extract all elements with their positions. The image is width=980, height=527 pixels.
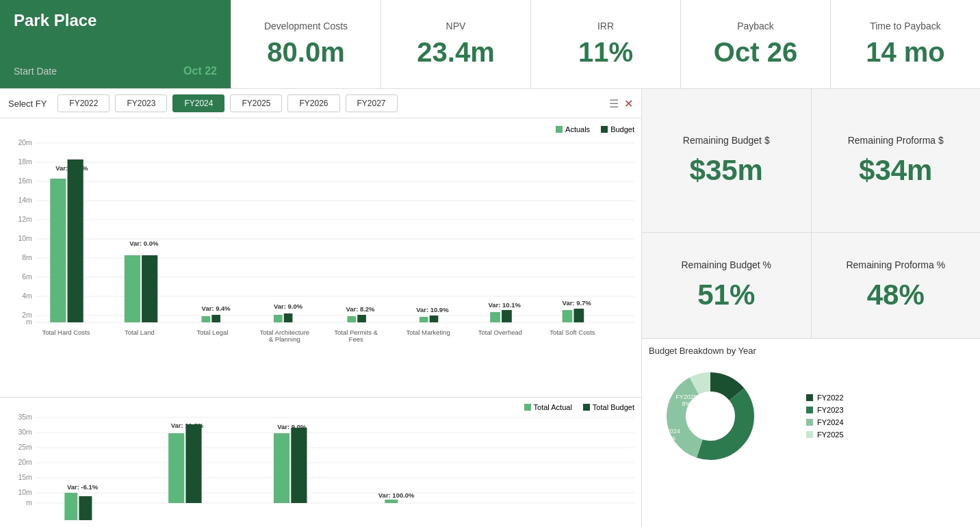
svg-rect-75 xyxy=(185,424,201,503)
donut-legend-fy2022-label: FY2022 xyxy=(817,394,844,402)
fy-btn-2025[interactable]: FY2025 xyxy=(230,94,282,112)
remaining-proforma-dollar: Remaining Proforma $ $34m xyxy=(812,89,981,232)
top-header: Park Place Start Date Oct 22 Development… xyxy=(0,0,980,89)
fy-btn-2022[interactable]: FY2022 xyxy=(57,94,109,112)
clear-filter-icon[interactable]: ✕ xyxy=(624,97,633,110)
svg-rect-23 xyxy=(50,179,66,322)
left-section: Select FY FY2022 FY2023 FY2024 FY2025 FY… xyxy=(0,89,642,527)
metric-time-payback-label: Time to Payback xyxy=(870,21,941,31)
svg-text:8%: 8% xyxy=(682,400,691,407)
svg-text:Var: 0.0%: Var: 0.0% xyxy=(129,240,158,247)
chart1-svg: 20m 18m 16m 14m 12m 10m 8m 6m 4m 2m m Va… xyxy=(7,136,634,348)
svg-text:Total Legal: Total Legal xyxy=(196,329,228,336)
donut-label-fy2022: FY2022 xyxy=(739,375,761,382)
donut-content: FY2022 14% FY2025 8% FY2024 37% FY2022 xyxy=(649,361,973,471)
chart1-legend: Actuals Budget xyxy=(7,125,634,133)
svg-text:Total Marketing: Total Marketing xyxy=(406,329,450,336)
legend-total-budget: Total Budget xyxy=(583,403,634,411)
svg-text:Total Hard Costs: Total Hard Costs xyxy=(42,329,90,336)
metric-payback-label: Payback xyxy=(737,21,774,31)
svg-rect-28 xyxy=(142,255,157,322)
metric-time-payback-value: 14 mo xyxy=(866,37,945,68)
svg-text:25m: 25m xyxy=(18,444,32,451)
remaining-proforma-pct-label: Remaining Proforma % xyxy=(846,259,945,270)
svg-rect-35 xyxy=(274,315,283,322)
svg-text:Var: 10.1%: Var: 10.1% xyxy=(489,302,521,309)
remaining-budget-dollar: Remaining Budget $ $35m xyxy=(642,89,812,232)
donut-legend-fy2024-label: FY2024 xyxy=(817,418,844,426)
svg-rect-80 xyxy=(385,500,398,503)
remaining-budget-dollar-label: Remaining Budget $ xyxy=(683,135,770,146)
fy-btn-2023[interactable]: FY2023 xyxy=(115,94,167,112)
metric-irr: IRR 11% xyxy=(531,0,681,88)
legend-total-budget-label: Total Budget xyxy=(593,403,634,411)
svg-text:Total Soft Costs: Total Soft Costs xyxy=(550,329,595,336)
svg-text:Total Permits &: Total Permits & xyxy=(334,329,378,336)
svg-rect-31 xyxy=(202,316,211,322)
donut-label-fy2024: FY2024 xyxy=(658,428,680,435)
svg-rect-36 xyxy=(284,313,293,322)
metric-irr-label: IRR xyxy=(597,21,614,31)
donut-legend-fy2022-dot xyxy=(806,394,813,401)
donut-legend-fy2025-dot xyxy=(806,431,813,438)
svg-rect-49 xyxy=(490,312,500,322)
donut-legend-fy2023: FY2023 xyxy=(806,406,844,414)
metric-npv: NPV 23.4m xyxy=(381,0,531,88)
fy-icons: ☰ ✕ xyxy=(609,97,633,110)
svg-text:Var: 8.2%: Var: 8.2% xyxy=(346,306,374,313)
remaining-budget-dollar-value: $35m xyxy=(690,154,763,187)
legend-actuals-label: Actuals xyxy=(565,125,590,133)
metric-dev-costs-value: 80.0m xyxy=(267,37,344,68)
svg-text:10m: 10m xyxy=(18,235,32,242)
donut-legend-fy2024-dot xyxy=(806,419,813,426)
legend-total-actual-label: Total Actual xyxy=(534,403,572,411)
metric-npv-value: 23.4m xyxy=(417,37,494,68)
svg-text:15m: 15m xyxy=(18,474,32,481)
svg-text:6m: 6m xyxy=(22,273,32,281)
svg-text:30m: 30m xyxy=(18,428,32,436)
chart2-svg: 35m 30m 25m 20m 15m 10m m Var: -6.1% Var… xyxy=(7,414,634,524)
remaining-budget-pct-label: Remaining Budget % xyxy=(681,259,771,270)
svg-text:35m: 35m xyxy=(18,414,32,421)
donut-legend-fy2025-label: FY2025 xyxy=(817,430,844,439)
remaining-budget-pct-value: 51% xyxy=(697,279,755,311)
svg-rect-50 xyxy=(502,310,512,322)
start-date-label: Start Date xyxy=(14,66,57,77)
svg-text:m: m xyxy=(26,318,32,326)
svg-text:Fees: Fees xyxy=(349,336,363,343)
legend-budget: Budget xyxy=(601,125,634,133)
svg-rect-54 xyxy=(573,309,584,322)
donut-svg: FY2022 14% FY2025 8% FY2024 37% xyxy=(649,361,799,471)
metric-irr-value: 11% xyxy=(578,37,633,68)
right-section: Remaining Budget $ $35m Remaining Profor… xyxy=(642,89,980,527)
right-top-metrics: Remaining Budget $ $35m Remaining Profor… xyxy=(642,89,980,233)
svg-text:4m: 4m xyxy=(22,292,32,300)
svg-text:8m: 8m xyxy=(22,254,32,261)
metric-payback: Payback Oct 26 xyxy=(681,0,831,88)
svg-text:Total Land: Total Land xyxy=(125,329,155,336)
filter-icon[interactable]: ☰ xyxy=(609,97,619,110)
start-date-value: Oct 22 xyxy=(183,65,217,77)
svg-text:& Planning: & Planning xyxy=(269,336,300,343)
fy-btn-2027[interactable]: FY2027 xyxy=(346,94,398,112)
legend-budget-label: Budget xyxy=(610,125,634,133)
start-date-row: Start Date Oct 22 xyxy=(14,65,217,77)
svg-text:16m: 16m xyxy=(18,177,32,185)
legend-actuals-dot xyxy=(556,126,563,133)
svg-text:20m: 20m xyxy=(18,139,32,146)
right-mid-metrics: Remaining Budget % 51% Remaining Proform… xyxy=(642,233,980,339)
legend-total-actual: Total Actual xyxy=(524,403,572,411)
svg-text:m: m xyxy=(26,499,32,506)
donut-legend-fy2024: FY2024 xyxy=(806,418,844,426)
fy-btn-2026[interactable]: FY2026 xyxy=(287,94,339,112)
main-body: Select FY FY2022 FY2023 FY2024 FY2025 FY… xyxy=(0,89,980,527)
metric-time-payback: Time to Payback 14 mo xyxy=(831,0,980,88)
legend-budget-dot xyxy=(601,126,608,133)
fy-selector: Select FY FY2022 FY2023 FY2024 FY2025 FY… xyxy=(0,89,641,118)
chart2-area: Total Actual Total Budget 35m 30m xyxy=(0,397,641,527)
svg-rect-72 xyxy=(79,496,92,520)
fy-btn-2024[interactable]: FY2024 xyxy=(172,94,224,112)
svg-rect-27 xyxy=(125,255,140,322)
metric-dev-costs-label: Development Costs xyxy=(264,21,348,31)
donut-area: Budget Breakdown by Year xyxy=(642,339,980,527)
